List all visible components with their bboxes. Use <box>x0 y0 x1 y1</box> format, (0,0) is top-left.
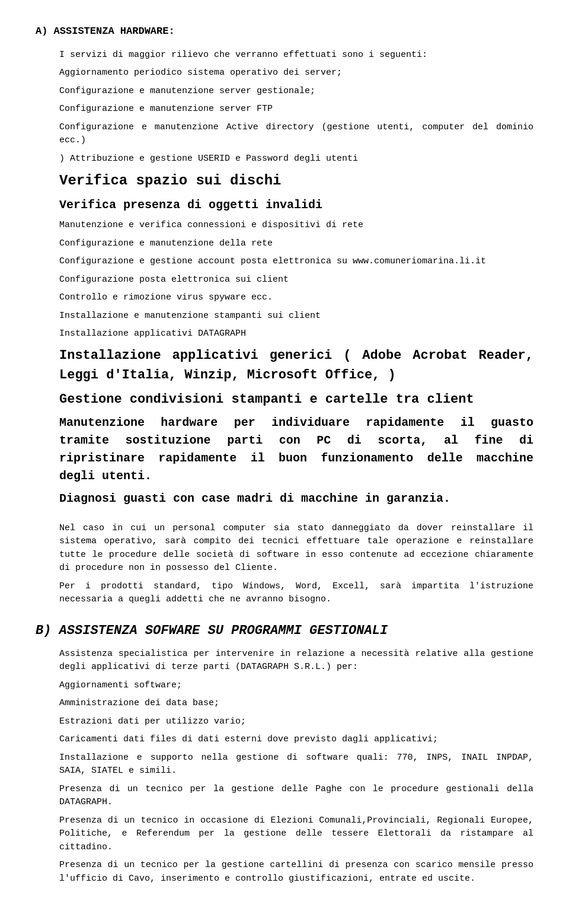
service-9: Configurazione posta elettronica sui cli… <box>59 273 533 287</box>
section-a: A) ASSISTENZA HARDWARE: I servizi di mag… <box>36 24 533 607</box>
section-b-body: Assistenza specialistica per intervenire… <box>59 648 533 886</box>
section-b: B) ASSISTENZA SOFWARE SU PROGRAMMI GESTI… <box>36 621 533 886</box>
manutenzione-large: Manutenzione hardware per individuare ra… <box>59 414 533 485</box>
service-12: Installazione applicativi DATAGRAPH <box>59 327 533 341</box>
service-11: Installazione e manutenzione stampanti s… <box>59 310 533 323</box>
b-service-4: Caricamenti dati files di dati esterni d… <box>59 733 533 747</box>
service-1: Aggiornamento periodico sistema operativ… <box>59 66 533 80</box>
b-service-2: Amministrazione dei data base; <box>59 697 533 710</box>
service-5: ) Attribuzione e gestione USERID e Passw… <box>59 152 533 166</box>
installazione-large: Installazione applicativi generici ( Ado… <box>59 346 533 385</box>
section-a-intro: I servizi di maggior rilievo che verrann… <box>59 49 533 62</box>
section-a-title: A) ASSISTENZA HARDWARE: <box>36 24 533 39</box>
service-4: Configurazione e manutenzione Active dir… <box>59 121 533 148</box>
para-1: Nel caso in cui un personal computer sia… <box>59 522 533 575</box>
service-2: Configurazione e manutenzione server ges… <box>59 85 533 98</box>
b-service-3: Estrazioni dati per utilizzo vario; <box>59 715 533 729</box>
service-7: Configurazione e manutenzione della rete <box>59 237 533 251</box>
section-b-title: B) ASSISTENZA SOFWARE SU PROGRAMMI GESTI… <box>36 621 533 641</box>
para-2: Per i prodotti standard, tipo Windows, W… <box>59 580 533 607</box>
service-6: Manutenzione e verifica connessioni e di… <box>59 219 533 232</box>
service-8: Configurazione e gestione account posta … <box>59 255 533 269</box>
section-b-intro: Assistenza specialistica per intervenire… <box>59 648 533 674</box>
b-service-1: Aggiornamenti software; <box>59 679 533 693</box>
b-para-3: Presenza di un tecnico per la gestione c… <box>59 859 533 885</box>
b-service-5: Installazione e supporto nella gestione … <box>59 751 533 778</box>
gestione-large: Gestione condivisioni stampanti e cartel… <box>59 390 533 409</box>
page-content: A) ASSISTENZA HARDWARE: I servizi di mag… <box>36 24 533 885</box>
b-para-2: Presenza di un tecnico in occasione di E… <box>59 814 533 855</box>
b-para-1: Presenza di un tecnico per la gestione d… <box>59 783 533 810</box>
diagnosi-large: Diagnosi guasti con case madri di macchi… <box>59 490 533 508</box>
service-10: Controllo e rimozione virus spyware ecc. <box>59 291 533 305</box>
verifica-presenza: Verifica presenza di oggetti invalidi <box>59 196 533 214</box>
service-3: Configurazione e manutenzione server FTP <box>59 103 533 116</box>
verifica-spazio: Verifica spazio sui dischi <box>59 170 533 192</box>
section-a-body: I servizi di maggior rilievo che verrann… <box>59 49 533 607</box>
